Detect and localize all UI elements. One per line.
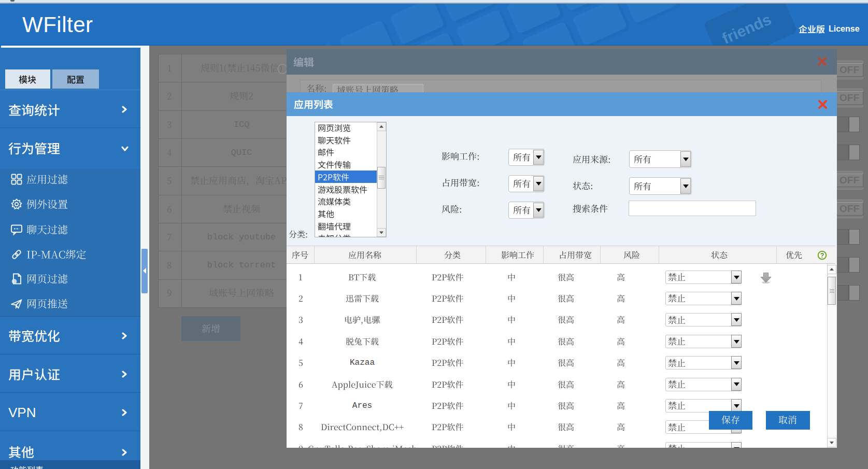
svg-text:?: ? bbox=[820, 252, 824, 259]
